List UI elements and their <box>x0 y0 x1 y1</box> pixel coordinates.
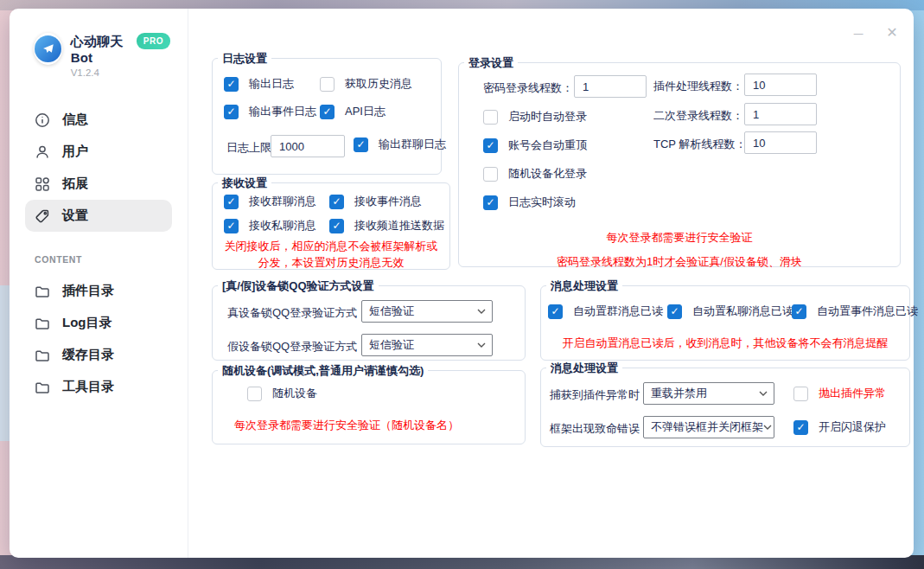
checkbox-crash-protect[interactable]: 开启闪退保护 <box>793 419 886 435</box>
chevron-down-icon <box>477 342 486 348</box>
brand: 心动聊天Bot V1.2.4 PRO <box>10 33 188 78</box>
checkbox-box[interactable] <box>793 387 808 401</box>
checkbox-output-group-log[interactable]: 输出群聊日志 <box>354 137 446 152</box>
chevron-down-icon <box>763 425 772 430</box>
catch-exception-select[interactable]: 重载并禁用 <box>643 382 774 405</box>
plugin-threads-input[interactable] <box>744 74 817 96</box>
sidebar-item-tools-dir[interactable]: 工具目录 <box>10 371 188 403</box>
content-section-label: CONTENT <box>35 254 188 265</box>
window-controls: ─ ✕ <box>851 26 900 40</box>
sidebar-item-label: 用户 <box>62 144 88 160</box>
checkbox-auto-login[interactable]: 启动时自动登录 <box>483 109 587 125</box>
folder-icon <box>35 348 50 363</box>
checkbox-box[interactable] <box>320 105 335 119</box>
pro-badge: PRO <box>137 33 170 49</box>
tcp-threads-label: TCP 解析线程数： <box>653 137 746 152</box>
sidebar-folders: 插件目录 Log目录 缓存目录 工具目录 <box>10 275 188 403</box>
checkbox-box[interactable] <box>224 105 239 119</box>
panel-message-read: 消息处理设置 自动置群消息已读 自动置私聊消息已读 自动置事件消息已读 开启自动… <box>540 285 910 361</box>
panel-login-settings: 登录设置 密码登录线程数： 启动时自动登录 账号会自动重顶 随机设备化登录 日志… <box>458 62 901 267</box>
checkbox-box[interactable] <box>793 420 808 435</box>
checkbox-box[interactable] <box>483 110 498 125</box>
checkbox-box[interactable] <box>224 77 239 92</box>
sidebar: 心动聊天Bot V1.2.4 PRO 信息 用户 <box>10 9 188 558</box>
fatal-error-label: 框架出现致命错误 <box>550 421 640 437</box>
log-limit-input[interactable] <box>271 135 345 157</box>
checkbox-box[interactable] <box>224 195 239 209</box>
checkbox-box[interactable] <box>329 219 344 233</box>
checkbox-api-log[interactable]: API日志 <box>320 104 386 119</box>
panel-title: 消息处理设置 <box>546 361 622 376</box>
checkbox-output-event-log[interactable]: 输出事件日志 <box>224 104 316 119</box>
sidebar-item-info[interactable]: 信息 <box>10 104 188 136</box>
fake-lock-select[interactable]: 短信验证 <box>361 334 493 356</box>
sidebar-nav: 信息 用户 拓展 设置 <box>10 104 188 232</box>
brand-text: 心动聊天Bot V1.2.4 <box>71 33 137 78</box>
checkbox-receive-group[interactable]: 接收群聊消息 <box>224 194 316 209</box>
checkbox-box[interactable] <box>548 304 563 319</box>
sidebar-item-plugin-dir[interactable]: 插件目录 <box>10 275 188 307</box>
close-button[interactable]: ✕ <box>884 26 900 40</box>
pw-threads-input[interactable] <box>574 75 647 98</box>
sidebar-item-cache-dir[interactable]: 缓存目录 <box>10 339 188 371</box>
checkbox-box[interactable] <box>483 195 498 210</box>
checkbox-box[interactable] <box>792 304 806 319</box>
sidebar-item-label: 缓存目录 <box>62 347 114 363</box>
sidebar-item-label: Log目录 <box>62 315 112 331</box>
checkbox-receive-event[interactable]: 接收事件消息 <box>329 194 422 209</box>
checkbox-receive-channel[interactable]: 接收频道推送数据 <box>329 218 444 233</box>
sidebar-item-extensions[interactable]: 拓展 <box>10 168 188 200</box>
checkbox-box[interactable] <box>329 195 344 209</box>
chevron-down-icon <box>477 309 486 314</box>
login-warning-1: 每次登录都需要进行安全验证 <box>459 229 900 246</box>
app-window: 心动聊天Bot V1.2.4 PRO 信息 用户 <box>10 9 914 558</box>
app-version: V1.2.4 <box>71 67 137 78</box>
checkbox-auto-read-group[interactable]: 自动置群消息已读 <box>548 304 663 319</box>
sidebar-item-user[interactable]: 用户 <box>10 136 188 168</box>
panel-title: 随机设备(调试模式,普通用户请谨慎勾选) <box>218 363 428 379</box>
checkbox-box[interactable] <box>354 137 368 152</box>
panel-title: [真/假]设备锁QQ验证方式设置 <box>218 278 379 294</box>
checkbox-box[interactable] <box>247 387 262 401</box>
checkbox-random-device-login[interactable]: 随机设备化登录 <box>483 166 587 182</box>
checkbox-random-device[interactable]: 随机设备 <box>247 386 317 401</box>
tcp-threads-input[interactable] <box>744 131 817 154</box>
sidebar-item-settings[interactable]: 设置 <box>25 200 172 232</box>
sidebar-item-log-dir[interactable]: Log目录 <box>10 307 188 339</box>
checkbox-auto-read-private[interactable]: 自动置私聊消息已读 <box>667 304 793 319</box>
grid-icon <box>35 176 50 192</box>
sidebar-item-label: 工具目录 <box>62 379 114 395</box>
panel-title: 接收设置 <box>218 176 271 191</box>
checkbox-box[interactable] <box>320 77 335 92</box>
checkbox-auto-read-event[interactable]: 自动置事件消息已读 <box>792 304 918 319</box>
minimize-button[interactable]: ─ <box>851 27 866 40</box>
checkbox-box[interactable] <box>483 138 498 153</box>
fake-lock-label: 假设备锁QQ登录验证方式： <box>227 339 368 355</box>
msg-read-warning: 开启自动置消息已读后，收到消息时，其他设备将不会有消息提醒 <box>541 335 909 351</box>
app-logo-icon <box>34 33 62 65</box>
checkbox-fetch-history[interactable]: 获取历史消息 <box>320 76 412 92</box>
panel-title: 登录设置 <box>464 55 518 71</box>
second-login-input[interactable] <box>744 103 817 125</box>
fatal-error-select[interactable]: 不弹错误框并关闭框架 <box>643 416 774 438</box>
plugin-threads-label: 插件处理线程数： <box>653 79 743 94</box>
login-warning-2: 密码登录线程数为1时才会验证真/假设备锁、滑块 <box>459 253 900 270</box>
checkbox-throw-exception[interactable]: 抛出插件异常 <box>793 386 886 401</box>
real-lock-select[interactable]: 短信验证 <box>361 300 493 323</box>
panel-title: 消息处理设置 <box>546 278 622 294</box>
info-icon <box>35 112 50 128</box>
checkbox-output-log[interactable]: 输出日志 <box>224 76 294 92</box>
second-login-label: 二次登录线程数： <box>653 108 743 124</box>
panel-log-settings: 日志设置 输出日志 获取历史消息 输出事件日志 API日志 日志上限： 输出群 <box>212 58 442 175</box>
panel-random-device: 随机设备(调试模式,普通用户请谨慎勾选) 随机设备 每次登录都需要进行安全验证（… <box>212 370 526 444</box>
checkbox-log-scroll[interactable]: 日志实时滚动 <box>483 195 576 210</box>
sidebar-item-label: 信息 <box>62 112 88 128</box>
checkbox-box[interactable] <box>224 219 239 233</box>
main-content: ─ ✕ 日志设置 输出日志 获取历史消息 输出事件日志 API日志 日志上限： <box>188 9 914 558</box>
chevron-down-icon <box>759 391 768 396</box>
checkbox-box[interactable] <box>483 167 498 182</box>
checkbox-box[interactable] <box>667 304 682 319</box>
sidebar-item-label: 插件目录 <box>62 283 114 299</box>
checkbox-receive-private[interactable]: 接收私聊消息 <box>224 218 316 233</box>
checkbox-auto-top[interactable]: 账号会自动重顶 <box>483 137 587 153</box>
